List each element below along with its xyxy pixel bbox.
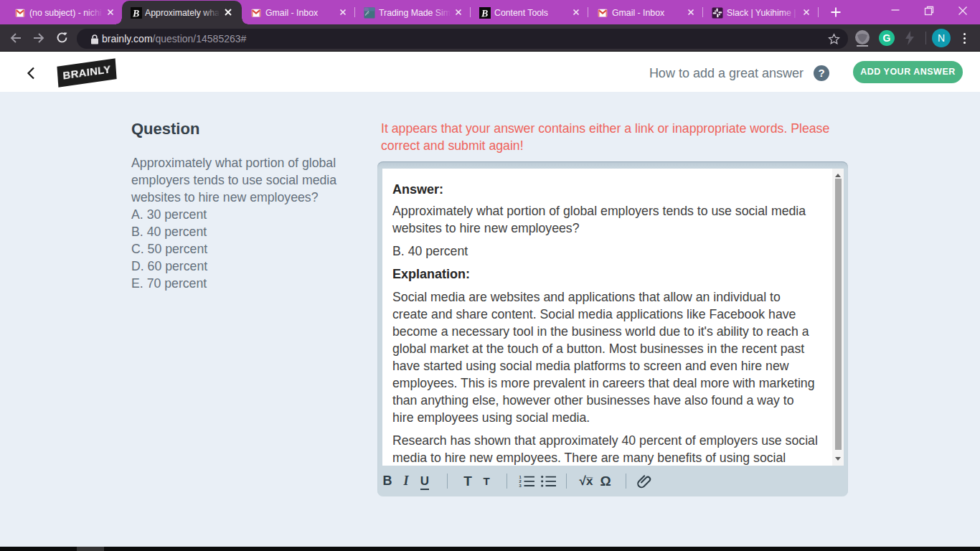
svg-text:G: G bbox=[883, 32, 891, 44]
svg-text:3: 3 bbox=[519, 484, 522, 488]
